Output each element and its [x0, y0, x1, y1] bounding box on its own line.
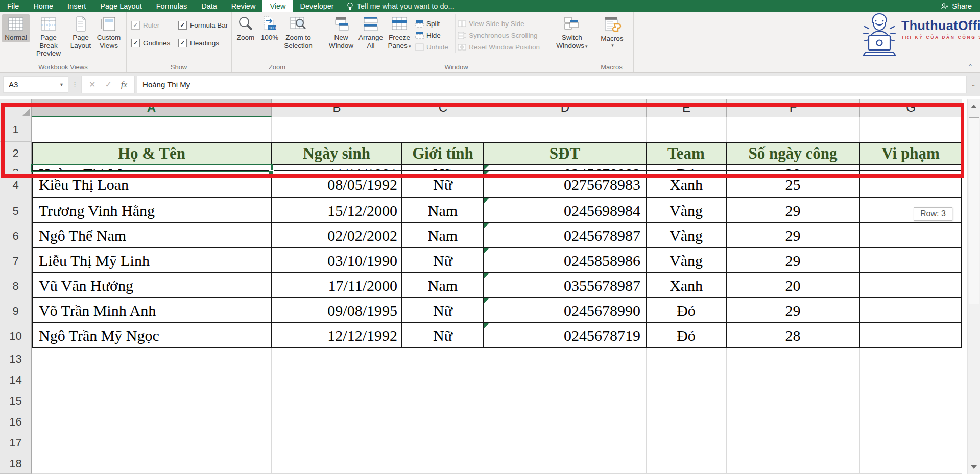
cell-C4[interactable]: Nữ [402, 171, 484, 198]
name-box[interactable]: A3 ▼ [3, 76, 68, 93]
zoom-button[interactable]: Zoom [233, 14, 258, 42]
view-side-by-side-button[interactable]: View Side by Side [456, 18, 555, 30]
page-layout-button[interactable]: Page Layout [67, 14, 94, 50]
cell-D3[interactable]: 0245678982 [484, 165, 647, 171]
cell-F2[interactable]: Số ngày công [727, 142, 860, 165]
cell-E5[interactable]: Vàng [647, 198, 727, 223]
cell-F16[interactable] [727, 411, 860, 432]
row-header-6[interactable]: 6 [0, 223, 32, 248]
cell-C5[interactable]: Nam [402, 198, 484, 223]
tab-data[interactable]: Data [194, 0, 224, 12]
cancel-icon[interactable]: ✕ [89, 80, 95, 89]
cell-B9[interactable]: 09/08/1995 [272, 298, 402, 323]
cell-D18[interactable] [484, 453, 647, 474]
cell-D7[interactable]: 0245858986 [484, 248, 647, 273]
cell-F13[interactable] [727, 348, 860, 369]
column-header-f[interactable]: F [727, 99, 860, 117]
switch-windows-button[interactable]: Switch Windows▾ [555, 14, 589, 51]
cell-B17[interactable] [272, 432, 402, 453]
cell-D15[interactable] [484, 390, 647, 411]
cell-A17[interactable] [32, 432, 272, 453]
share-button[interactable]: Share [936, 0, 977, 12]
cell-F8[interactable]: 20 [727, 273, 860, 298]
cell-C13[interactable] [402, 348, 484, 369]
headings-checkbox[interactable]: ✓ Headings [178, 37, 228, 48]
tab-view[interactable]: View [262, 0, 293, 12]
cell-G15[interactable] [860, 390, 962, 411]
cell-A9[interactable]: Võ Trần Minh Anh [32, 298, 272, 323]
tell-me-box[interactable]: Tell me what you want to do... [341, 0, 460, 12]
cell-A1[interactable] [32, 117, 272, 142]
tab-developer[interactable]: Developer [293, 0, 341, 12]
cell-A2[interactable]: Họ & Tên [32, 142, 272, 165]
cell-E14[interactable] [647, 369, 727, 390]
cell-F10[interactable]: 28 [727, 323, 860, 348]
cell-A18[interactable] [32, 453, 272, 474]
gridlines-checkbox[interactable]: ✓ Gridlines [131, 37, 170, 48]
cell-C14[interactable] [402, 369, 484, 390]
cell-C17[interactable] [402, 432, 484, 453]
split-button[interactable]: Split [413, 18, 455, 30]
cell-A4[interactable]: Kiều Thị Loan [32, 171, 272, 198]
cell-A13[interactable] [32, 348, 272, 369]
cell-B1[interactable] [272, 117, 402, 142]
cell-D8[interactable]: 0355678987 [484, 273, 647, 298]
row-header-18[interactable]: 18 [0, 453, 32, 474]
scroll-up-button[interactable] [968, 99, 980, 113]
freeze-panes-button[interactable]: Freeze Panes▾ [386, 14, 413, 51]
row-header-5[interactable]: 5 [0, 198, 32, 223]
cell-D17[interactable] [484, 432, 647, 453]
cell-F1[interactable] [727, 117, 860, 142]
cell-G17[interactable] [860, 432, 962, 453]
column-header-d[interactable]: D [484, 99, 647, 117]
cell-F7[interactable]: 29 [727, 248, 860, 273]
formula-input[interactable]: Hoàng Thị My [137, 76, 967, 93]
cell-D5[interactable]: 0245698984 [484, 198, 647, 223]
cell-F3[interactable]: 28 [727, 165, 860, 171]
select-all-corner[interactable] [0, 99, 32, 117]
cell-D13[interactable] [484, 348, 647, 369]
cell-F18[interactable] [727, 453, 860, 474]
cell-G9[interactable] [860, 298, 962, 323]
synchronous-scrolling-button[interactable]: Synchronous Scrolling [456, 30, 555, 41]
enter-icon[interactable]: ✓ [105, 80, 111, 89]
row-header-3[interactable]: 3 [0, 165, 32, 171]
cell-B2[interactable]: Ngày sinh [272, 142, 402, 165]
cell-A8[interactable]: Vũ Văn Hưởng [32, 273, 272, 298]
vertical-scrollbar[interactable] [967, 99, 980, 474]
column-header-a[interactable]: A [32, 99, 272, 117]
new-window-button[interactable]: New Window [327, 14, 355, 50]
cell-C7[interactable]: Nữ [402, 248, 484, 273]
cell-F6[interactable]: 29 [727, 223, 860, 248]
cell-A5[interactable]: Trương Vinh Hằng [32, 198, 272, 223]
row-header-15[interactable]: 15 [0, 390, 32, 411]
scrollbar-thumb[interactable] [969, 117, 979, 304]
column-header-g[interactable]: G [860, 99, 962, 117]
row-header-1[interactable]: 1 [0, 117, 32, 142]
column-header-e[interactable]: E [647, 99, 727, 117]
row-header-8[interactable]: 8 [0, 273, 32, 298]
cell-C2[interactable]: Giới tính [402, 142, 484, 165]
cell-D4[interactable]: 0275678983 [484, 171, 647, 198]
cell-B18[interactable] [272, 453, 402, 474]
formula-bar-checkbox[interactable]: ✓ Formula Bar [178, 19, 228, 31]
tab-home[interactable]: Home [26, 0, 60, 12]
row-header-4[interactable]: 4 [0, 171, 32, 198]
cell-B14[interactable] [272, 369, 402, 390]
cell-G13[interactable] [860, 348, 962, 369]
custom-views-button[interactable]: Custom Views [94, 14, 123, 50]
cell-F15[interactable] [727, 390, 860, 411]
cell-G4[interactable] [860, 171, 962, 198]
cell-C6[interactable]: Nam [402, 223, 484, 248]
cell-G18[interactable] [860, 453, 962, 474]
cell-G14[interactable] [860, 369, 962, 390]
row-header-2[interactable]: 2 [0, 142, 32, 165]
cell-F5[interactable]: 29 [727, 198, 860, 223]
cell-G8[interactable] [860, 273, 962, 298]
cell-C15[interactable] [402, 390, 484, 411]
cell-E13[interactable] [647, 348, 727, 369]
cell-E2[interactable]: Team [647, 142, 727, 165]
cell-A16[interactable] [32, 411, 272, 432]
cell-F14[interactable] [727, 369, 860, 390]
cell-B10[interactable]: 12/12/1992 [272, 323, 402, 348]
